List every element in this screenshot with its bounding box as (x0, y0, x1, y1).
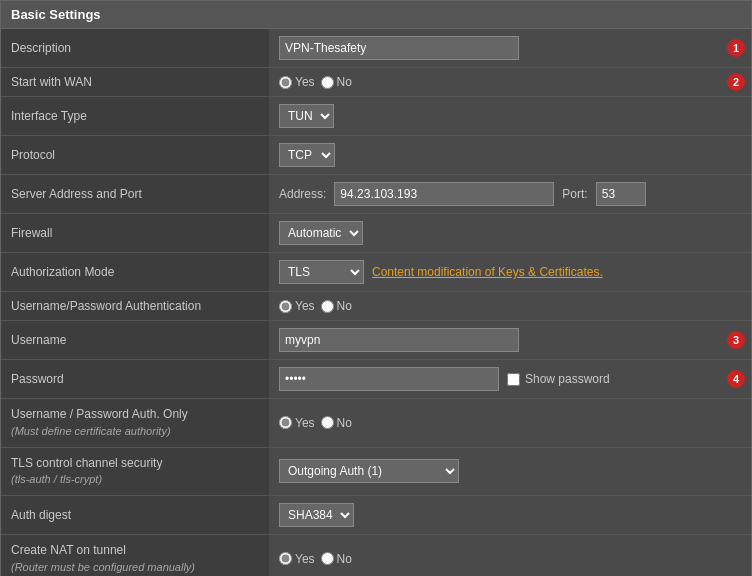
show-password-label: Show password (525, 372, 610, 386)
username-password-only-label: Username / Password Auth. Only (Must def… (1, 399, 269, 448)
username-badge: 3 (727, 331, 745, 349)
username-value-col: 3 (269, 321, 751, 360)
tls-control-channel-label: TLS control channel security (tls-auth /… (1, 447, 269, 496)
username-password-auth-label: Username/Password Authentication (1, 292, 269, 321)
authorization-mode-select[interactable]: TLS Static Key PKI (279, 260, 364, 284)
interface-type-value-col: TUN TAP (269, 97, 751, 136)
auth-digest-select[interactable]: SHA384 SHA256 SHA512 MD5 (279, 503, 354, 527)
show-password-group: Show password (507, 372, 610, 386)
interface-type-row: Interface Type TUN TAP (1, 97, 751, 136)
username-password-only-value-col: Yes No (269, 399, 751, 448)
interface-type-select[interactable]: TUN TAP (279, 104, 334, 128)
start-with-wan-yes-text: Yes (295, 75, 315, 89)
protocol-label: Protocol (1, 136, 269, 175)
username-password-auth-yes-radio[interactable] (279, 300, 292, 313)
create-nat-no-text: No (337, 552, 352, 566)
username-password-only-sub-label: (Must define certificate authority) (11, 425, 171, 437)
username-password-auth-row: Username/Password Authentication Yes No (1, 292, 751, 321)
auth-digest-row: Auth digest SHA384 SHA256 SHA512 MD5 (1, 496, 751, 535)
username-password-only-no-label[interactable]: No (321, 416, 352, 430)
create-nat-main-label: Create NAT on tunnel (11, 543, 126, 557)
username-password-auth-yes-label[interactable]: Yes (279, 299, 315, 313)
username-password-auth-value-col: Yes No (269, 292, 751, 321)
authorization-mode-value-col: TLS Static Key PKI Content modification … (269, 253, 751, 292)
password-row: Password Show password 4 (1, 360, 751, 399)
start-with-wan-no-label[interactable]: No (321, 75, 352, 89)
password-input[interactable] (279, 367, 499, 391)
server-address-group: Address: Port: (279, 182, 741, 206)
show-password-checkbox[interactable] (507, 373, 520, 386)
username-row: Username 3 (1, 321, 751, 360)
protocol-select[interactable]: TCP UDP (279, 143, 335, 167)
create-nat-no-label[interactable]: No (321, 552, 352, 566)
interface-type-label: Interface Type (1, 97, 269, 136)
protocol-row: Protocol TCP UDP (1, 136, 751, 175)
description-row: Description 1 (1, 29, 751, 68)
username-password-only-yes-radio[interactable] (279, 416, 292, 429)
tls-control-channel-label-wrap: TLS control channel security (tls-auth /… (11, 455, 259, 489)
password-label: Password (1, 360, 269, 399)
authorization-mode-row: Authorization Mode TLS Static Key PKI Co… (1, 253, 751, 292)
description-value-col: 1 (269, 29, 751, 68)
authorization-mode-label: Authorization Mode (1, 253, 269, 292)
create-nat-yes-label[interactable]: Yes (279, 552, 315, 566)
description-input[interactable] (279, 36, 519, 60)
description-label: Description (1, 29, 269, 68)
username-password-auth-radio-group: Yes No (279, 299, 741, 313)
create-nat-label: Create NAT on tunnel (Router must be con… (1, 535, 269, 576)
description-badge: 1 (727, 39, 745, 57)
port-input[interactable] (596, 182, 646, 206)
keys-certificates-link[interactable]: Content modification of Keys & Certifica… (372, 265, 603, 279)
firewall-value-col: Automatic None (269, 214, 751, 253)
tls-control-channel-sub-label: (tls-auth / tls-crypt) (11, 473, 102, 485)
username-input[interactable] (279, 328, 519, 352)
create-nat-value-col: Yes No (269, 535, 751, 576)
start-with-wan-radio-group: Yes No (279, 75, 741, 89)
username-password-auth-yes-text: Yes (295, 299, 315, 313)
panel-title: Basic Settings (1, 1, 751, 29)
address-text-label: Address: (279, 187, 326, 201)
password-badge: 4 (727, 370, 745, 388)
authorization-mode-group: TLS Static Key PKI Content modification … (279, 260, 741, 284)
settings-table: Description 1 Start with WAN Yes No (1, 29, 751, 576)
username-password-only-radio-group: Yes No (279, 416, 741, 430)
username-password-only-label-wrap: Username / Password Auth. Only (Must def… (11, 406, 259, 440)
firewall-select[interactable]: Automatic None (279, 221, 363, 245)
username-password-only-yes-label[interactable]: Yes (279, 416, 315, 430)
start-with-wan-row: Start with WAN Yes No 2 (1, 68, 751, 97)
username-password-auth-no-label[interactable]: No (321, 299, 352, 313)
start-with-wan-yes-radio[interactable] (279, 76, 292, 89)
firewall-row: Firewall Automatic None (1, 214, 751, 253)
start-with-wan-label: Start with WAN (1, 68, 269, 97)
username-password-only-yes-text: Yes (295, 416, 315, 430)
create-nat-row: Create NAT on tunnel (Router must be con… (1, 535, 751, 576)
start-with-wan-no-radio[interactable] (321, 76, 334, 89)
protocol-value-col: TCP UDP (269, 136, 751, 175)
create-nat-radio-group: Yes No (279, 552, 741, 566)
start-with-wan-yes-label[interactable]: Yes (279, 75, 315, 89)
password-value-col: Show password 4 (269, 360, 751, 399)
server-address-label: Server Address and Port (1, 175, 269, 214)
create-nat-yes-text: Yes (295, 552, 315, 566)
start-with-wan-no-text: No (337, 75, 352, 89)
username-password-auth-no-text: No (337, 299, 352, 313)
password-group: Show password (279, 367, 741, 391)
username-password-auth-no-radio[interactable] (321, 300, 334, 313)
firewall-label: Firewall (1, 214, 269, 253)
tls-control-channel-row: TLS control channel security (tls-auth /… (1, 447, 751, 496)
create-nat-sub-label: (Router must be configured manually) (11, 561, 195, 573)
tls-control-channel-select[interactable]: Outgoing Auth (1) Outgoing Auth (0) Inco… (279, 459, 459, 483)
server-address-input[interactable] (334, 182, 554, 206)
auth-digest-value-col: SHA384 SHA256 SHA512 MD5 (269, 496, 751, 535)
create-nat-no-radio[interactable] (321, 552, 334, 565)
create-nat-yes-radio[interactable] (279, 552, 292, 565)
username-password-only-no-radio[interactable] (321, 416, 334, 429)
username-password-only-main-label: Username / Password Auth. Only (11, 407, 188, 421)
start-with-wan-value-col: Yes No 2 (269, 68, 751, 97)
tls-control-channel-value-col: Outgoing Auth (1) Outgoing Auth (0) Inco… (269, 447, 751, 496)
server-address-row: Server Address and Port Address: Port: (1, 175, 751, 214)
username-password-only-row: Username / Password Auth. Only (Must def… (1, 399, 751, 448)
create-nat-label-wrap: Create NAT on tunnel (Router must be con… (11, 542, 259, 576)
auth-digest-label: Auth digest (1, 496, 269, 535)
server-address-value-col: Address: Port: (269, 175, 751, 214)
